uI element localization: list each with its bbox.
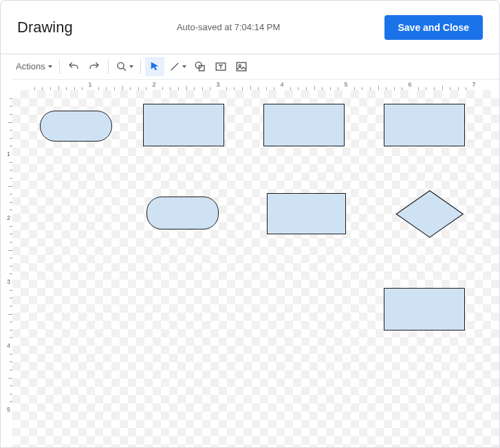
- redo-button[interactable]: [85, 57, 104, 76]
- image-icon: [235, 60, 248, 73]
- ruler-number: 4: [7, 342, 10, 349]
- ruler-number: 1: [88, 81, 91, 88]
- ruler-number: 7: [472, 81, 475, 88]
- line-icon: [169, 60, 181, 73]
- separator: [59, 59, 60, 74]
- undo-icon: [67, 60, 80, 73]
- ruler-vertical: 12345: [1, 90, 12, 448]
- ruler-number: 5: [7, 406, 10, 413]
- redo-icon: [88, 60, 100, 73]
- shape-tool[interactable]: [191, 57, 210, 76]
- separator: [140, 59, 141, 74]
- dialog-header: Drawing Auto-saved at 7:04:14 PM Save an…: [1, 1, 499, 54]
- svg-line-1: [123, 68, 126, 71]
- shape-rectangle[interactable]: [384, 104, 465, 146]
- actions-menu[interactable]: Actions: [13, 57, 55, 76]
- ruler-number: 4: [280, 81, 283, 88]
- image-tool[interactable]: [232, 57, 251, 76]
- save-and-close-button[interactable]: Save and Close: [384, 15, 483, 40]
- zoom-icon: [116, 60, 128, 73]
- ruler-number: 1: [7, 150, 10, 157]
- chevron-down-icon: [182, 65, 186, 68]
- cursor-icon: [149, 60, 161, 73]
- ruler-number: 3: [216, 81, 219, 88]
- shape-diamond[interactable]: [395, 190, 464, 238]
- undo-button[interactable]: [64, 57, 83, 76]
- zoom-menu[interactable]: [113, 57, 136, 76]
- ruler-number: 3: [7, 278, 10, 285]
- autosave-status: Auto-saved at 7:04:14 PM: [73, 22, 384, 32]
- textbox-icon: [215, 60, 227, 73]
- chevron-down-icon: [48, 65, 52, 68]
- separator: [108, 59, 109, 74]
- workspace: 12345: [1, 90, 499, 448]
- shape-rectangle[interactable]: [263, 104, 345, 146]
- shape-rectangle[interactable]: [384, 288, 465, 331]
- toolbar: Actions: [1, 54, 499, 79]
- ruler-number: 2: [152, 81, 155, 88]
- shape-rounded-rectangle[interactable]: [146, 197, 219, 229]
- textbox-tool[interactable]: [211, 57, 230, 76]
- shape-rectangle[interactable]: [267, 193, 346, 234]
- svg-line-2: [171, 63, 178, 70]
- line-tool[interactable]: [166, 57, 189, 76]
- svg-point-0: [118, 63, 124, 69]
- chevron-down-icon: [129, 65, 133, 68]
- shape-rectangle[interactable]: [143, 104, 224, 146]
- shape-icon: [194, 60, 206, 73]
- drawing-dialog: Drawing Auto-saved at 7:04:14 PM Save an…: [0, 0, 500, 448]
- ruler-number: 6: [408, 81, 411, 88]
- svg-rect-8: [237, 63, 246, 71]
- ruler-number: 2: [7, 214, 10, 221]
- dialog-title: Drawing: [17, 19, 73, 36]
- actions-label: Actions: [16, 61, 47, 71]
- shape-rounded-rectangle[interactable]: [40, 111, 112, 142]
- drawing-canvas[interactable]: [12, 90, 499, 448]
- select-tool[interactable]: [145, 57, 164, 76]
- ruler-number: 5: [344, 81, 347, 88]
- ruler-horizontal: 1234567: [12, 79, 499, 90]
